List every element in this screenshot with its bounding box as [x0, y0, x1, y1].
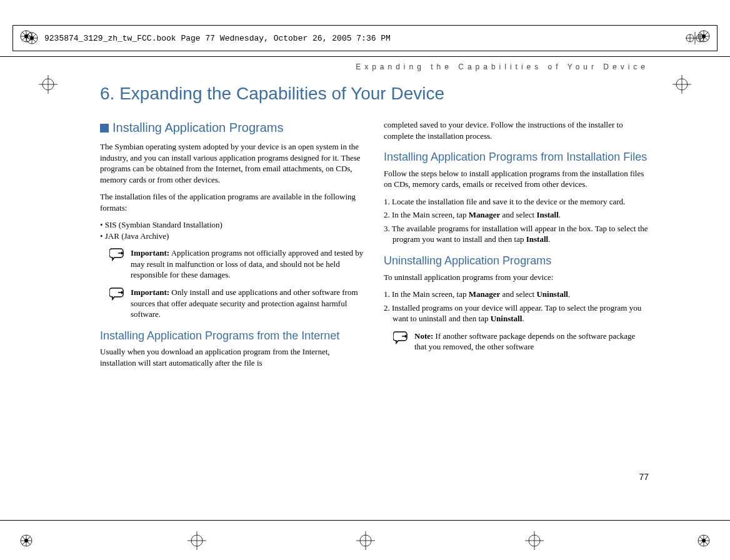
subsection-heading: Installing Application Programs from Ins… [384, 151, 649, 164]
list-item: • SIS (Symbian Standard Installation) [100, 219, 365, 231]
horizontal-rule [0, 56, 730, 57]
step-item: 1. Locate the installation file and save… [384, 196, 649, 208]
note-text: Note: If another software package depend… [414, 331, 649, 352]
step-item: 2. In the Main screen, tap Manager and s… [384, 209, 649, 221]
svg-point-17 [24, 539, 28, 542]
subsection-heading: Uninstalling Application Programs [384, 254, 649, 268]
body-text: completed saved to your device. Follow t… [384, 119, 649, 141]
svg-point-44 [30, 36, 34, 40]
registration-mark-icon [20, 534, 32, 549]
book-mark-icon [26, 32, 38, 44]
step-item: 1. In the Main screen, tap Manager and s… [384, 289, 649, 300]
body-text: The installation files of the applicatio… [100, 191, 365, 213]
note-text: Important: Application programs not offi… [131, 248, 365, 281]
crop-mark-icon [39, 75, 58, 96]
important-note: Important: Application programs not offi… [100, 248, 365, 281]
crop-mark-icon [188, 531, 206, 552]
step-item: 3. The available programs for installati… [384, 223, 649, 245]
header-filemark: 9235874_3129_zh_tw_FCC.book Page 77 Wedn… [44, 34, 391, 43]
page-number: 77 [639, 472, 649, 482]
body-text: The Symbian operating system adopted by … [100, 141, 365, 185]
spread-mark-icon [686, 32, 704, 44]
important-icon [109, 287, 126, 301]
step-item: 2. Installed programs on your device wil… [384, 302, 649, 324]
framemaker-header: 9235874_3129_zh_tw_FCC.book Page 77 Wedn… [12, 25, 718, 51]
body-text: Follow the steps below to install applic… [384, 168, 649, 190]
crop-mark-icon [356, 531, 375, 552]
list-item: • JAR (Java Archive) [100, 231, 365, 242]
registration-mark-icon [698, 534, 710, 549]
section-bullet-icon [100, 124, 109, 132]
note-block: Note: If another software package depend… [384, 331, 649, 352]
body-text: To uninstall application programs from y… [384, 272, 649, 283]
running-head: Expanding the Capabilities of Your Devic… [100, 62, 649, 71]
important-icon [109, 248, 126, 261]
crop-mark-icon [525, 531, 544, 552]
horizontal-rule [0, 520, 730, 521]
column-right: completed saved to your device. Follow t… [384, 119, 649, 374]
svg-point-23 [702, 539, 706, 542]
important-note: Important: Only install and use applicat… [100, 287, 365, 320]
crop-mark-icon [672, 75, 691, 96]
body-text: Usually when you download an application… [100, 346, 365, 368]
note-text: Important: Only install and use applicat… [131, 287, 365, 320]
chapter-title: 6. Expanding the Capabilities of Your De… [100, 84, 649, 104]
section-heading: Installing Application Programs [100, 119, 365, 136]
column-left: Installing Application Programs The Symb… [100, 119, 365, 374]
note-icon [393, 331, 409, 344]
heading-text: Installing Application Programs [112, 119, 283, 136]
subsection-heading: Installing Application Programs from the… [100, 329, 365, 343]
